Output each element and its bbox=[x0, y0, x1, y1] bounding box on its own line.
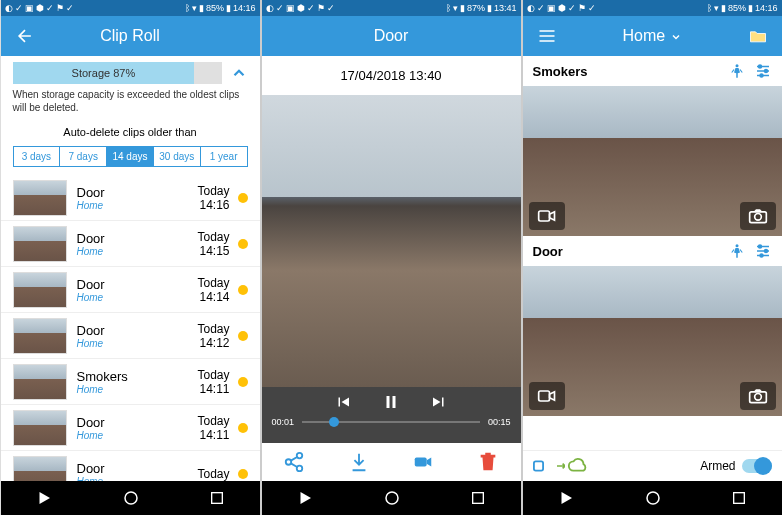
clip-name: Door bbox=[77, 231, 198, 246]
action-bar bbox=[262, 443, 521, 481]
retention-segment: 3 days7 days14 days30 days1 year bbox=[13, 146, 248, 167]
camera-section: Smokers bbox=[523, 56, 782, 236]
bluetooth-icon: ᛒ bbox=[185, 3, 190, 13]
clip-thumbnail bbox=[13, 272, 67, 308]
camera-button[interactable] bbox=[412, 451, 434, 473]
camera-name: Smokers bbox=[533, 64, 720, 79]
retention-option[interactable]: 1 year bbox=[201, 147, 247, 166]
total-time: 00:15 bbox=[488, 417, 511, 427]
prev-button[interactable] bbox=[334, 393, 352, 411]
camera-live-view[interactable] bbox=[523, 266, 782, 416]
clip-row[interactable]: Door Home Today14:16 bbox=[1, 175, 260, 221]
status-icon: ▣ bbox=[286, 3, 295, 13]
clip-time: Today14:16 bbox=[197, 184, 229, 212]
storage-bar[interactable]: Storage 87% bbox=[13, 62, 222, 84]
nav-home[interactable] bbox=[122, 489, 140, 507]
bottom-bar: Armed bbox=[523, 450, 782, 481]
svg-point-23 bbox=[647, 492, 659, 504]
cloud-sync-icon[interactable] bbox=[533, 457, 589, 475]
motion-icon[interactable] bbox=[728, 242, 746, 260]
status-icon: ✓ bbox=[327, 3, 335, 13]
snapshot-button[interactable] bbox=[740, 202, 776, 230]
clip-row[interactable]: Smokers Home Today14:11 bbox=[1, 359, 260, 405]
clip-time: Today14:14 bbox=[197, 276, 229, 304]
delete-button[interactable] bbox=[477, 451, 499, 473]
video-player[interactable] bbox=[262, 95, 521, 387]
download-button[interactable] bbox=[348, 451, 370, 473]
clock: 14:16 bbox=[233, 3, 256, 13]
settings-icon[interactable] bbox=[754, 62, 772, 80]
motion-icon[interactable] bbox=[728, 62, 746, 80]
clip-row[interactable]: Door Home Today14:11 bbox=[1, 405, 260, 451]
svg-rect-7 bbox=[473, 493, 484, 504]
retention-option[interactable]: 30 days bbox=[154, 147, 201, 166]
retention-option[interactable]: 7 days bbox=[60, 147, 107, 166]
bluetooth-icon: ᛒ bbox=[707, 3, 712, 13]
svg-point-18 bbox=[760, 254, 763, 257]
armed-toggle[interactable] bbox=[742, 459, 772, 473]
nav-home[interactable] bbox=[644, 489, 662, 507]
clip-row[interactable]: Door Home Today14:12 bbox=[1, 313, 260, 359]
clip-row[interactable]: Door Home Today14:15 bbox=[1, 221, 260, 267]
retention-option[interactable]: 3 days bbox=[14, 147, 61, 166]
progress-slider[interactable] bbox=[302, 421, 480, 423]
video-timestamp: 17/04/2018 13:40 bbox=[262, 56, 521, 95]
clip-row[interactable]: Door Home Today14:14 bbox=[1, 267, 260, 313]
record-button[interactable] bbox=[529, 382, 565, 410]
bluetooth-icon: ᛒ bbox=[446, 3, 451, 13]
record-button[interactable] bbox=[529, 202, 565, 230]
snapshot-button[interactable] bbox=[740, 382, 776, 410]
nav-recent[interactable] bbox=[209, 490, 225, 506]
clip-list[interactable]: Door Home Today14:16 Door Home Today14:1… bbox=[1, 175, 260, 481]
svg-point-9 bbox=[758, 65, 761, 68]
nav-bar bbox=[523, 481, 782, 515]
svg-rect-19 bbox=[538, 391, 549, 401]
clip-name: Door bbox=[77, 415, 198, 430]
location-dropdown[interactable]: Home bbox=[559, 27, 746, 45]
nav-back[interactable] bbox=[296, 489, 314, 507]
battery-icon: ▮ bbox=[748, 3, 753, 13]
pause-button[interactable] bbox=[382, 393, 400, 411]
clip-name: Door bbox=[77, 277, 198, 292]
nav-home[interactable] bbox=[383, 489, 401, 507]
battery-pct: 85% bbox=[728, 3, 746, 13]
signal-icon: ▮ bbox=[199, 3, 204, 13]
clip-location: Home bbox=[77, 338, 198, 349]
status-icon: ✓ bbox=[276, 3, 284, 13]
clock: 13:41 bbox=[494, 3, 517, 13]
clip-time: Today14:15 bbox=[197, 230, 229, 258]
clip-location: Home bbox=[77, 200, 198, 211]
status-icon: ⬢ bbox=[558, 3, 566, 13]
svg-point-6 bbox=[386, 492, 398, 504]
screen-home-cameras: ◐ ✓ ▣ ⬢ ✓ ⚑ ✓ ᛒ ▾ ▮ 85% ▮ 14:16 Home bbox=[523, 0, 782, 515]
chevron-up-icon[interactable] bbox=[230, 64, 248, 82]
nav-recent[interactable] bbox=[731, 490, 747, 506]
camera-live-view[interactable] bbox=[523, 86, 782, 236]
status-icon: ⚑ bbox=[317, 3, 325, 13]
svg-rect-24 bbox=[734, 493, 745, 504]
settings-icon[interactable] bbox=[754, 242, 772, 260]
nav-back[interactable] bbox=[35, 489, 53, 507]
retention-option[interactable]: 14 days bbox=[107, 147, 154, 166]
next-button[interactable] bbox=[430, 393, 448, 411]
app-bar: Clip Roll bbox=[1, 16, 260, 56]
clip-location: Home bbox=[77, 292, 198, 303]
status-icon: ⚑ bbox=[578, 3, 586, 13]
status-icon: ⚑ bbox=[56, 3, 64, 13]
clip-location: Home bbox=[77, 384, 198, 395]
nav-recent[interactable] bbox=[470, 490, 486, 506]
clip-name: Door bbox=[77, 323, 198, 338]
folder-icon[interactable] bbox=[746, 24, 770, 48]
unread-dot bbox=[238, 193, 248, 203]
status-bar: ◐ ✓ ▣ ⬢ ✓ ⚑ ✓ ᛒ ▾ ▮ 87% ▮ 13:41 bbox=[262, 0, 521, 16]
menu-icon[interactable] bbox=[535, 24, 559, 48]
svg-point-8 bbox=[735, 64, 738, 67]
status-icon: ◐ bbox=[266, 3, 274, 13]
back-icon[interactable] bbox=[13, 24, 37, 48]
svg-point-4 bbox=[297, 466, 303, 472]
status-icon: ◐ bbox=[5, 3, 13, 13]
clip-row[interactable]: Door Home Today bbox=[1, 451, 260, 481]
nav-back[interactable] bbox=[557, 489, 575, 507]
svg-point-14 bbox=[754, 214, 761, 221]
share-button[interactable] bbox=[283, 451, 305, 473]
